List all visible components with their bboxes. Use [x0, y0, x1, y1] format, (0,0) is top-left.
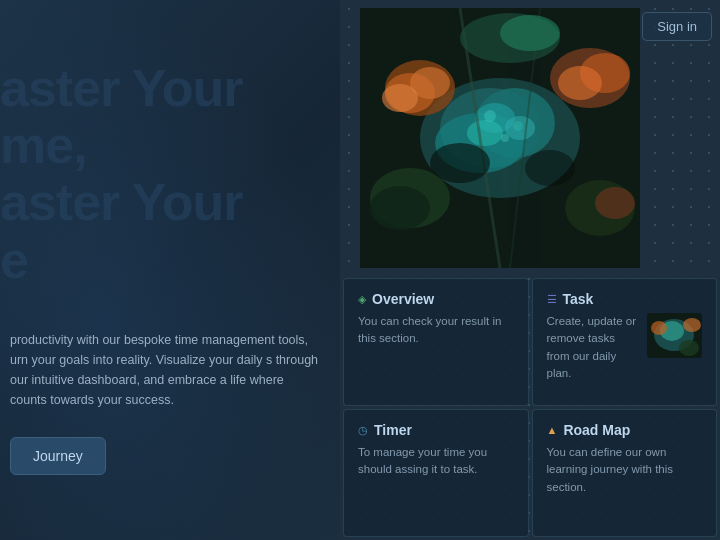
- svg-point-23: [500, 15, 560, 51]
- card-timer-title: Timer: [374, 422, 412, 438]
- svg-point-17: [370, 186, 430, 230]
- card-task[interactable]: ☰ Task Create, update or remove tasks fr…: [532, 278, 718, 406]
- left-panel: aster Your me, aster Your e productivity…: [0, 0, 340, 540]
- right-panel: Sign in: [340, 0, 720, 540]
- card-overview[interactable]: ◈ Overview You can check your result in …: [343, 278, 529, 406]
- journey-button[interactable]: Journey: [10, 437, 106, 475]
- card-task-desc: Create, update or remove tasks from our …: [547, 313, 642, 382]
- svg-point-12: [382, 84, 418, 112]
- hero-title: aster Your me, aster Your e: [0, 60, 242, 289]
- timer-icon: ◷: [358, 424, 368, 437]
- card-roadmap-desc: You can define our own learning journey …: [547, 444, 703, 496]
- svg-point-34: [679, 340, 699, 356]
- signin-button[interactable]: Sign in: [642, 12, 712, 41]
- card-overview-title: Overview: [372, 291, 434, 307]
- svg-point-24: [484, 110, 496, 122]
- card-roadmap-title: Road Map: [563, 422, 630, 438]
- page-wrapper: aster Your me, aster Your e productivity…: [0, 0, 720, 540]
- card-roadmap-header: ▲ Road Map: [547, 422, 703, 438]
- svg-point-25: [513, 121, 523, 131]
- card-overview-header: ◈ Overview: [358, 291, 514, 307]
- svg-point-26: [501, 134, 509, 142]
- card-roadmap[interactable]: ▲ Road Map You can define our own learni…: [532, 409, 718, 537]
- hero-image: [350, 8, 650, 268]
- svg-point-28: [525, 150, 575, 186]
- hero-description: productivity with our bespoke time manag…: [10, 330, 320, 410]
- task-icon: ☰: [547, 293, 557, 306]
- svg-point-8: [467, 120, 503, 146]
- hero-text: aster Your me, aster Your e: [0, 60, 242, 289]
- card-timer[interactable]: ◷ Timer To manage your time you should a…: [343, 409, 529, 537]
- card-timer-header: ◷ Timer: [358, 422, 514, 438]
- svg-point-19: [595, 187, 635, 219]
- card-timer-desc: To manage your time you should assing it…: [358, 444, 514, 479]
- roadmap-icon: ▲: [547, 424, 558, 436]
- svg-point-15: [558, 66, 602, 100]
- cards-grid: ◈ Overview You can check your result in …: [340, 275, 720, 540]
- svg-point-27: [430, 143, 490, 183]
- card-task-title: Task: [563, 291, 594, 307]
- svg-point-32: [651, 321, 667, 335]
- card-task-header: ☰ Task: [547, 291, 703, 307]
- card-overview-desc: You can check your result in this sectio…: [358, 313, 514, 348]
- svg-point-33: [683, 318, 701, 332]
- overview-icon: ◈: [358, 293, 366, 306]
- card-task-mini-image: [647, 313, 702, 358]
